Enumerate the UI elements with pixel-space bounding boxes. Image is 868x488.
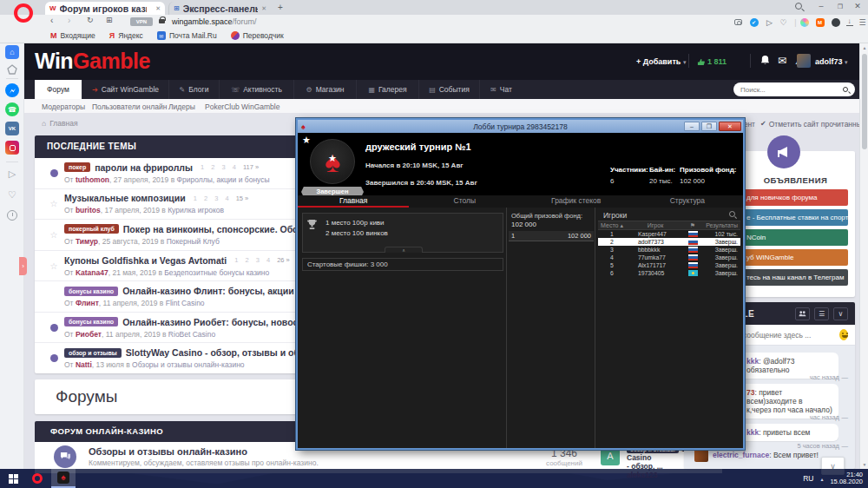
chat-user-avatar[interactable] [694, 448, 708, 462]
back-icon[interactable]: ‹ [50, 16, 53, 25]
unread-dot-icon[interactable] [50, 354, 58, 362]
bookmark-translator[interactable]: Переводчик [231, 31, 284, 40]
poker-maximize-button[interactable]: ❐ [701, 122, 717, 131]
topic-category[interactable]: Фрироллы, акции и бонусы [177, 175, 270, 184]
poker-minimize-button[interactable]: – [684, 122, 700, 131]
user-avatar[interactable] [797, 54, 811, 68]
browser-tab-active[interactable]: W Форум игроков казино - ✕ [45, 2, 165, 15]
scroll-up-icon[interactable]: ▲ [860, 45, 868, 50]
topic-title[interactable]: Купоны Goldfishka и Vegas Avtomati [64, 255, 227, 266]
report-dash-icon[interactable]: — [842, 413, 849, 421]
bookmark-yandex[interactable]: ЯЯндекс [109, 31, 143, 40]
topic-badge[interactable]: бонусы казино [64, 317, 118, 326]
player-search-icon[interactable] [729, 211, 735, 217]
report-dash-icon[interactable]: — [842, 442, 849, 450]
topic-author[interactable]: Риобет [76, 330, 102, 339]
reputation-counter[interactable]: 1 811 [697, 57, 727, 66]
sidebar-expand-tab[interactable]: › [19, 257, 27, 275]
report-dash-icon[interactable]: — [842, 373, 849, 381]
start-button[interactable] [9, 474, 18, 484]
tab-shop[interactable]: ⚙Магазин [293, 80, 356, 99]
extension-dark-icon[interactable] [831, 17, 840, 27]
topic-pages[interactable]: 1 2 3 4 [234, 256, 273, 264]
whatsapp-icon[interactable]: ☎ [5, 102, 19, 116]
taskbar-opera-icon[interactable] [32, 473, 43, 484]
extension-check-icon[interactable]: ✔ [749, 17, 759, 27]
topic-pages[interactable]: 1 2 3 4 [201, 163, 239, 171]
tab-events[interactable]: ▤События [418, 80, 479, 99]
chat-users-button[interactable] [795, 307, 810, 320]
star-icon[interactable]: ☆ [50, 199, 58, 208]
messages-envelope-icon[interactable]: ✉ [778, 55, 786, 67]
tab-close-icon[interactable]: ✕ [261, 5, 266, 12]
tab-gallery[interactable]: ▦Галерея [356, 80, 418, 99]
tab-forum[interactable]: Форум [35, 80, 82, 99]
instagram-icon[interactable] [5, 141, 19, 155]
forward-icon[interactable]: › [68, 16, 70, 25]
topic-category[interactable]: Курилка игроков [168, 206, 224, 214]
chat-collapse-button[interactable]: ∨ [833, 307, 848, 320]
topic-badge[interactable]: бонусы казино [64, 287, 118, 296]
chat-menu-button[interactable]: ☰ [814, 307, 829, 320]
topic-badge[interactable]: обзор и отзывы [64, 348, 122, 358]
bookmark-heart-icon[interactable]: ♡ [779, 17, 788, 27]
site-logo[interactable]: WinGamble [35, 49, 150, 74]
player-row[interactable]: 477umka77Заверш. [598, 254, 740, 261]
player-row[interactable]: 3bbbbkkkЗаверш. [598, 246, 740, 254]
speed-dial-icon[interactable]: ⊞ [106, 16, 113, 24]
chat-username[interactable]: electric_furnace [713, 451, 769, 459]
downloads-icon[interactable]: ↓ [845, 17, 854, 27]
scrollbar-thumb[interactable] [862, 54, 867, 149]
window-close-button[interactable]: ✕ [851, 2, 865, 10]
notifications-bell-icon[interactable] [760, 55, 770, 68]
topic-author[interactable]: Флинт [76, 299, 99, 307]
topic-last-page[interactable]: 26 » [277, 256, 290, 264]
language-indicator[interactable]: RU [803, 474, 813, 483]
taskbar-pokerstars-button[interactable]: ♠ [51, 469, 76, 488]
topic-author[interactable]: Natti [76, 360, 92, 369]
collapse-notch[interactable]: ∧ [385, 247, 423, 253]
vpn-badge[interactable]: VPN [130, 17, 153, 26]
emoji-icon[interactable] [839, 329, 848, 340]
player-row[interactable]: 619730405Заверш. [598, 269, 740, 277]
subnav-online-users[interactable]: Пользователи онлайн [92, 102, 167, 111]
poker-close-button[interactable]: ✕ [719, 122, 741, 131]
search-icon[interactable] [843, 87, 848, 92]
lock-icon[interactable] [159, 19, 165, 23]
topic-last-page[interactable]: 117 » [243, 163, 259, 171]
player-row-selected[interactable]: 2adolf7373Заверш. [598, 238, 740, 246]
favorite-star-icon[interactable]: ★ [302, 135, 311, 146]
search-input[interactable] [740, 86, 843, 94]
prize-pool-row[interactable]: 1102 000 [509, 231, 594, 241]
topic-title[interactable]: пароли на фрироллы [95, 162, 193, 173]
taskbar-clock[interactable]: 21:4015.08.2020 [830, 472, 863, 486]
forum-title[interactable]: Обзоры и отзывы онлайн-казино [89, 446, 247, 457]
poker-titlebar[interactable]: ♠ Лобби турнира 2983452178 – ❐ ✕ [298, 120, 743, 133]
send-to-device-icon[interactable]: ▷ [765, 17, 774, 27]
star-icon[interactable]: ☆ [50, 261, 58, 271]
speed-dial-home-icon[interactable]: ⌂ [5, 45, 19, 59]
new-tab-button[interactable]: + [278, 3, 283, 12]
search-icon[interactable] [795, 3, 802, 10]
add-content-button[interactable]: + Добавить ▾ [636, 57, 686, 66]
mark-site-read-link[interactable]: ✔Отметить сайт прочитанным [760, 120, 867, 129]
subnav-moderators[interactable]: Модераторы [42, 102, 85, 111]
chat-username[interactable]: kkk [746, 428, 759, 437]
telegram-icon[interactable]: ▷ [5, 167, 19, 181]
bookmarks-icon[interactable] [5, 63, 19, 76]
tab-blogs[interactable]: ✎Блоги [168, 80, 219, 99]
messenger-icon[interactable] [5, 83, 19, 97]
url-field[interactable]: wingamble.space/forum/ [172, 17, 257, 26]
topic-category[interactable]: Обзоры и отзывы онлайн-казино [132, 360, 245, 369]
browser-tab[interactable]: ⊞ Экспресс-панель ✕ [168, 2, 271, 15]
unread-dot-icon[interactable] [50, 324, 58, 332]
poker-lobby-window[interactable]: ♠ Лобби турнира 2983452178 – ❐ ✕ ★ ♠★ За… [296, 118, 745, 450]
chat-username[interactable]: kkk [746, 357, 759, 366]
star-icon[interactable]: ☆ [50, 230, 58, 240]
topic-badge[interactable]: покер [64, 162, 90, 172]
reload-icon[interactable]: ↻ [87, 16, 94, 24]
breadcrumb[interactable]: ⌂Главная [42, 119, 78, 128]
players-table-header[interactable]: Место ▴ Игрок ⚑ Результаты [598, 221, 740, 230]
site-search[interactable] [733, 82, 855, 96]
history-clock-icon[interactable] [7, 210, 17, 221]
